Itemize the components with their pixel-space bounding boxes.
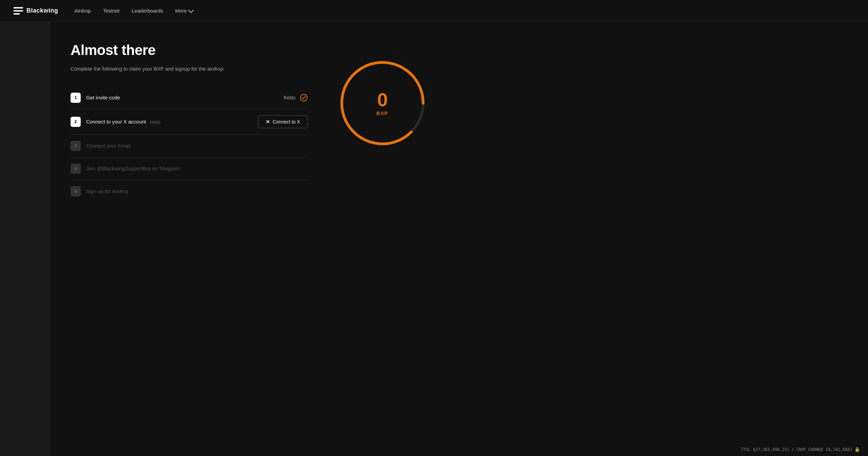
logo[interactable]: Blackwing [14, 7, 58, 15]
step-2-label: Connect to your X account (skip) [86, 119, 253, 125]
step-4-label: Join @BlackwingSupportBot on Telegram [86, 166, 308, 171]
step-3-label: Connect your Email [86, 143, 308, 149]
nav-testnet[interactable]: Testnet [103, 8, 119, 14]
bxp-earned-text: [BXP EARNED 19,742,808] [796, 447, 852, 452]
step-1-right: frebtc [284, 94, 308, 102]
step-1-label: Get invite code [86, 95, 278, 100]
step-4-item: 4 Join @BlackwingSupportBot on Telegram [71, 157, 308, 180]
nav-links: Airdrop Testnet Leaderboards More [75, 8, 193, 14]
x-icon: ✕ [266, 119, 270, 125]
nav-more-label: More [175, 8, 187, 14]
page-title: Almost there [71, 42, 308, 58]
step-1-check-icon [300, 94, 308, 102]
step-5-item: 5 Sign up for Airdrop [71, 180, 308, 203]
main-content: Almost there Complete the following to c… [0, 0, 868, 456]
step-2-number: 2 [71, 117, 81, 127]
step-1-verified-text: frebtc [284, 95, 296, 100]
tvl-text: [TVL $27,363,996.31] [741, 447, 790, 452]
svg-rect-1 [14, 10, 23, 12]
bxp-value: 0 [377, 90, 389, 109]
step-4-number: 4 [71, 164, 81, 174]
step-5-label: Sign up for Airdrop [86, 188, 308, 194]
chevron-down-icon [188, 7, 194, 13]
nav-leaderboards[interactable]: Leaderboards [132, 8, 163, 14]
step-2-item: 2 Connect to your X account (skip) ✕ Con… [71, 109, 308, 135]
nav-more[interactable]: More [175, 8, 193, 14]
bxp-circle-container: 0 BXP [335, 56, 430, 151]
step-3-number: 3 [71, 141, 81, 151]
step-2-right: ✕ Connect to X [258, 115, 308, 128]
svg-rect-2 [14, 13, 20, 15]
svg-point-3 [300, 94, 307, 101]
step-3-item: 3 Connect your Email [71, 135, 308, 157]
connect-x-button[interactable]: ✕ Connect to X [258, 115, 308, 128]
bxp-section: 0 BXP [335, 42, 430, 436]
steps-section: Almost there Complete the following to c… [71, 42, 308, 436]
footer-status: [TVL $27,363,996.31] / [BXP EARNED 19,74… [732, 443, 868, 456]
left-panel [0, 22, 50, 456]
content-area: Almost there Complete the following to c… [50, 22, 868, 456]
bxp-display: 0 BXP [377, 90, 389, 116]
connect-x-label: Connect to X [273, 119, 300, 125]
step-1-item: 1 Get invite code frebtc [71, 87, 308, 109]
step-5-number: 5 [71, 186, 81, 196]
nav-airdrop[interactable]: Airdrop [75, 8, 91, 14]
logo-text: Blackwing [26, 7, 58, 14]
step-2-skip[interactable]: (skip) [150, 119, 160, 125]
lock-icon: 🔒 [854, 447, 860, 452]
navbar: Blackwing Airdrop Testnet Leaderboards M… [0, 0, 868, 22]
svg-rect-0 [14, 7, 23, 8]
bxp-label: BXP [377, 111, 389, 116]
footer-separator: / [792, 447, 794, 452]
step-1-number: 1 [71, 93, 81, 103]
page-subtitle: Complete the following to claim your BXP… [71, 65, 308, 73]
blackwing-logo-icon [14, 7, 23, 15]
